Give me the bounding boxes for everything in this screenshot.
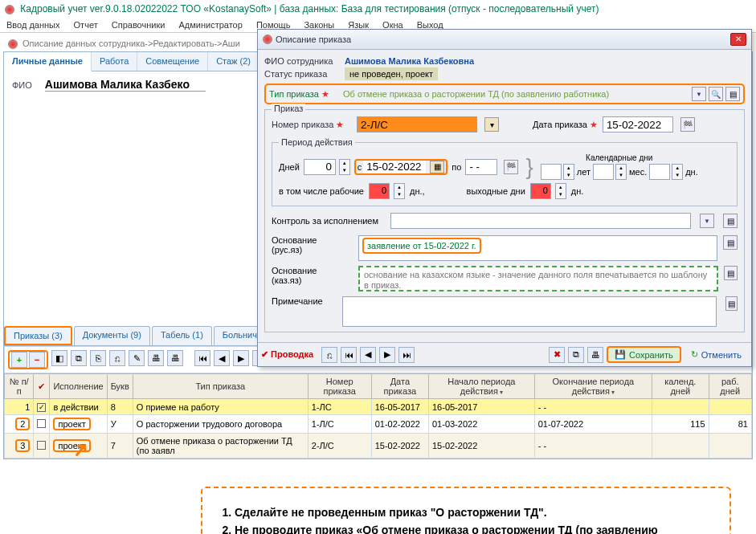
table-row[interactable]: 3 проект 7 Об отмене приказа о расторжен… [5, 434, 752, 459]
spinner[interactable]: ▲▼ [615, 164, 627, 180]
nav-last[interactable]: ⏭ [398, 347, 415, 363]
work-days-label: в том числе рабочие [279, 186, 364, 196]
toolbar-btn[interactable]: ⎌ [321, 347, 337, 363]
type-value[interactable]: Об отмене приказа о расторжении ТД (по з… [343, 89, 689, 99]
cancel-icon: ↻ [691, 349, 698, 360]
add-button[interactable]: + [11, 352, 27, 368]
col-work[interactable]: раб. дней [709, 374, 752, 399]
tab-orders[interactable]: Приказы (3) [4, 326, 72, 345]
osn-ru-label: Основание (рус.яз) [272, 235, 352, 255]
col-check[interactable]: ✔ [34, 374, 50, 399]
spinner[interactable]: ▲▼ [394, 183, 405, 199]
chevron-down-icon[interactable]: ▼ [700, 214, 714, 228]
order-number-input[interactable] [357, 116, 477, 132]
col-bukv[interactable]: Букв [107, 374, 133, 399]
toolbar-btn[interactable]: ◧ [51, 350, 67, 366]
provodka-button[interactable]: ✔ Проводка [261, 349, 313, 360]
toolbar-btn[interactable]: ✎ [129, 350, 145, 366]
months-input[interactable] [593, 164, 614, 180]
tab-documents[interactable]: Документы (9) [74, 326, 150, 345]
col-type[interactable]: Тип приказа [133, 374, 308, 399]
nav-first[interactable]: ⏮ [194, 350, 210, 366]
sort-icon[interactable]: ▾ [500, 389, 503, 396]
col-end[interactable]: Окончание периода действия▾ [534, 374, 652, 399]
col-start[interactable]: Начало периода действия▾ [428, 374, 534, 399]
nav-next[interactable]: ▶ [379, 347, 395, 363]
doc-button[interactable]: ▤ [723, 214, 738, 228]
tab-stage[interactable]: Стаж (2) [208, 52, 259, 71]
app-title: Кадровый учет ver.9.0.18.02022022 ТОО «K… [20, 3, 599, 14]
order-type-row: Тип приказа ★ Об отмене приказа о растор… [264, 84, 745, 104]
table-row[interactable]: 1 ✓ в действии 8 О приеме на работу 1-ЛС… [5, 399, 752, 415]
nav-prev[interactable]: ◀ [360, 347, 376, 363]
table-row[interactable]: 2 проект У О расторжении трудового догов… [5, 415, 752, 434]
toolbar-btn[interactable]: ⎌ [109, 350, 125, 366]
group-period: Период действия [279, 137, 355, 147]
calendar-icon[interactable]: ▦ [430, 161, 444, 173]
cancel-button[interactable]: ↻Отменить [684, 348, 748, 361]
work-days-input[interactable]: 0 [369, 183, 390, 199]
calendar-icon[interactable]: 🏁 [680, 117, 695, 132]
weekend-input[interactable]: 0 [530, 183, 551, 199]
row-checkbox[interactable]: ✓ [37, 403, 46, 412]
spinner[interactable]: ▲▼ [672, 164, 683, 180]
days2-input[interactable] [649, 164, 670, 180]
row-number-highlight: 2 [15, 418, 30, 430]
menu-item[interactable]: Ввод данных [6, 20, 60, 30]
num-picker-icon[interactable]: ▾ [484, 117, 499, 132]
days-spinner[interactable]: ▲▼ [339, 159, 350, 175]
spinner[interactable]: ▲▼ [555, 183, 566, 199]
menu-item[interactable]: Администратор [178, 20, 242, 30]
tab-personal[interactable]: Личные данные [4, 52, 92, 71]
chevron-down-icon[interactable]: ▼ [692, 87, 706, 101]
copy-icon[interactable]: ⧉ [568, 347, 584, 363]
days-input[interactable] [304, 159, 336, 175]
order-date-input[interactable] [603, 116, 673, 132]
print-button[interactable]: 🖶 [148, 350, 164, 366]
col-ordnum[interactable]: Номер приказа [308, 374, 371, 399]
col-cal[interactable]: календ. дней [652, 374, 709, 399]
row-checkbox[interactable] [37, 441, 46, 450]
status-value: не проведен, проект [345, 67, 438, 80]
osn-kz-value[interactable]: основание на казахском языке - значение … [358, 266, 718, 291]
col-num[interactable]: № п/п [5, 374, 34, 399]
save-button[interactable]: 💾Сохранить [607, 346, 681, 363]
osn-ru-value[interactable]: заявление от 15-02-2022 г. [362, 238, 481, 254]
breadcrumb-icon [8, 39, 18, 49]
close-icon[interactable]: ✕ [730, 33, 746, 46]
edit-button[interactable]: ▤ [724, 266, 738, 280]
date-from-input[interactable] [363, 161, 426, 173]
menu-item[interactable]: Справочники [112, 20, 166, 30]
toolbar-btn[interactable]: 🖶 [167, 350, 183, 366]
toolbar-btn[interactable]: ⎘ [90, 350, 106, 366]
delete-icon[interactable]: ✖ [549, 347, 565, 363]
app-titlebar: Кадровый учет ver.9.0.18.02022022 ТОО «K… [0, 0, 756, 18]
print-icon[interactable]: 🖶 [587, 347, 603, 363]
save-icon: 💾 [615, 349, 626, 360]
edit-button[interactable]: ▤ [725, 296, 738, 311]
copy-button[interactable]: ⧉ [71, 350, 87, 366]
spinner[interactable]: ▲▼ [563, 164, 574, 180]
delete-button[interactable]: − [29, 352, 45, 368]
edit-button[interactable]: ▤ [723, 235, 738, 250]
doc-button[interactable]: ▤ [725, 87, 740, 101]
tab-combine[interactable]: Совмещение [137, 52, 208, 71]
nav-next[interactable]: ▶ [233, 350, 249, 366]
nav-first[interactable]: ⏮ [341, 347, 357, 363]
note-2: Не проводите приказ «Об отмене приказа о… [235, 524, 712, 534]
row-checkbox[interactable] [37, 419, 46, 428]
calendar-icon[interactable]: 🏁 [504, 160, 518, 174]
tab-work[interactable]: Работа [92, 52, 137, 71]
tab-tabel[interactable]: Табель (1) [152, 326, 212, 345]
note-input[interactable] [342, 296, 717, 327]
menu-item[interactable]: Отчет [74, 20, 98, 30]
control-input[interactable] [390, 213, 691, 229]
col-exec[interactable]: Исполнение [50, 374, 107, 399]
years-input[interactable] [541, 164, 562, 180]
app-icon [5, 5, 14, 14]
sort-icon[interactable]: ▾ [611, 389, 615, 396]
lookup-button[interactable]: 🔍 [709, 87, 723, 101]
col-date[interactable]: Дата приказа [371, 374, 428, 399]
nav-prev[interactable]: ◀ [214, 350, 230, 366]
date-to-input[interactable] [465, 159, 497, 175]
